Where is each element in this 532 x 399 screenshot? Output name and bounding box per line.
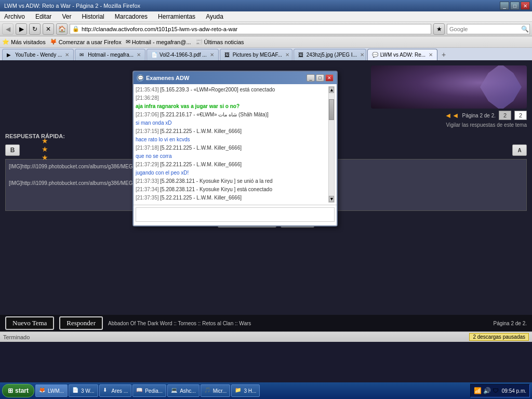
total-page-box[interactable]: 2 (514, 111, 527, 120)
msg-8: [21:37:34] [5.208.238.121 - Kyosuke Kiry… (136, 186, 327, 193)
tab-youtube[interactable]: ▶ YouTube - Wendy ... ✕ (2, 49, 74, 60)
dialog-close[interactable]: ✕ (325, 74, 334, 82)
header-image (371, 65, 527, 109)
chat-scrollbar[interactable]: ▲ ▼ (328, 86, 335, 203)
msg-2: [21:36:28] (136, 95, 327, 102)
minimize-btn[interactable]: _ (500, 2, 509, 10)
total-page-num: 2 (519, 112, 522, 118)
reply-btn[interactable]: Responder (59, 316, 103, 330)
taskbar-lwm-icon: 🦊 (39, 387, 46, 394)
menu-bar: Archivo Editar Ver Historial Marcadores … (0, 11, 532, 22)
tab-hotmail-close[interactable]: ✕ (137, 52, 141, 58)
tab-youtube-close[interactable]: ✕ (65, 52, 69, 58)
dialog-minimize[interactable]: _ (307, 74, 315, 82)
taskbar-ares[interactable]: ⬇ Ares ... (99, 384, 132, 397)
refresh-btn[interactable]: ↻ (29, 23, 41, 35)
msg-1: [21:35:43] [5.165.239.3 - «LWM»Roger2000… (136, 86, 327, 94)
status-bar: Terminado 2 descargas pausadas (0, 331, 532, 342)
tab-lwm-close[interactable]: ✕ (429, 52, 433, 58)
forum-bottom: Nuevo Tema Responder Abbadon Of The Dark… (0, 315, 532, 331)
current-page-box[interactable]: 2 (499, 111, 511, 120)
menu-editar[interactable]: Editar (33, 12, 54, 21)
bold-btn[interactable]: B (5, 144, 20, 156)
page-icon: 🔒 (72, 25, 79, 32)
bookmark-hotmail[interactable]: ✉ Hotmail - megafran@... (126, 38, 191, 45)
current-page-num: 2 (503, 112, 507, 118)
windows-logo: ⊞ (8, 387, 13, 394)
taskbar-micr-icon: 🎵 (204, 387, 211, 394)
maximize-btn[interactable]: □ (510, 2, 520, 10)
bookmark-firefox[interactable]: 🦊 Comenzar a usar Firefox (50, 38, 122, 45)
search-input[interactable] (449, 26, 521, 32)
taskbar-ares-icon: ⬇ (103, 387, 110, 394)
window-controls: _ □ ✕ (500, 2, 530, 10)
tab-image[interactable]: 🖼 243hzj5.jpg (JPEG I... ✕ (294, 49, 366, 60)
tab-lwm[interactable]: 💬 LWM vs ADW: Re... ✕ (367, 49, 437, 60)
tab-image-close[interactable]: ✕ (360, 52, 364, 58)
chat-input[interactable] (136, 207, 335, 222)
home-btn[interactable]: 🏠 (56, 23, 68, 35)
page-navigation: ◄◄ Página 2 de 2. 2 2 (445, 111, 527, 120)
new-tab-btn[interactable]: + (438, 49, 449, 60)
taskbar-3w[interactable]: 📄 3 W... (69, 384, 98, 397)
page-label: Página 2 de 2. (462, 113, 496, 118)
email-icon: ✉ (126, 38, 130, 45)
taskbar-ashc[interactable]: 💻 Ashc... (167, 384, 200, 397)
taskbar-micr[interactable]: 🎵 Micr... (201, 384, 231, 397)
chat-input-area (134, 205, 337, 225)
taskbar-items: 🦊 LWM... 📄 3 W... ⬇ Ares ... 📖 Pedia... … (35, 384, 469, 397)
tray-network-icon: 📶 (474, 387, 481, 394)
msg-highlight: aja infra ragnarok vas a jugar war si o … (136, 103, 327, 110)
bookmark-star[interactable]: ★ (433, 23, 445, 35)
tab-pictures-label: Pictures by MEGAF... (233, 52, 282, 58)
bookmark-news[interactable]: 📰 Últimas noticias (195, 38, 244, 45)
tab-hotmail[interactable]: ✉ Hotmail - megafra... ✕ (75, 49, 145, 60)
msg-5: [21:37:18] [5.22.211.225 - L.W.M. Killer… (136, 144, 327, 152)
forward-btn[interactable]: ▶ (16, 23, 27, 35)
search-btn[interactable]: 🔍 (521, 25, 529, 33)
address-text: http://clanadw.activoforo.com/t101p15-lw… (82, 26, 429, 32)
taskbar-lwm[interactable]: 🦊 LWM... (35, 384, 68, 397)
status-right: 2 descargas pausadas (469, 333, 529, 341)
firefox-icon: 🦊 (50, 38, 57, 45)
menu-herramientas[interactable]: Herramientas (156, 12, 197, 21)
msg-3: [21:37:06] [5.221.216.17 - «€LWM» شاه ما… (136, 111, 327, 118)
nav-bar: ◀ ▶ ↻ ✕ 🏠 🔒 http://clanadw.activoforo.co… (0, 22, 532, 36)
search-box[interactable]: 🔍 (447, 24, 530, 34)
tab-pictures-close[interactable]: ✕ (285, 52, 289, 58)
window-title: LWM vs ADW: Reto a War - Página 2 - Mozi… (2, 3, 500, 9)
bookmark-visited[interactable]: ⭐ Más visitados (2, 38, 46, 45)
start-btn[interactable]: ⊞ start (2, 384, 34, 397)
back-btn[interactable]: ◀ (2, 23, 14, 35)
close-btn[interactable]: ✕ (521, 2, 530, 10)
menu-archivo[interactable]: Archivo (2, 12, 27, 21)
tab-pictures[interactable]: 🖼 Pictures by MEGAF... ✕ (220, 49, 292, 60)
dialog-maximize[interactable]: □ (316, 74, 324, 82)
tab-pdf[interactable]: 📄 Vol2-4-1966-3.pdf ... ✕ (147, 49, 219, 60)
chat-dialog: 💬 Examenes ADW _ □ ✕ [21:35:43] [5.165.2… (132, 71, 338, 227)
bottom-page-info: Página 2 de 2. (494, 321, 527, 326)
menu-ayuda[interactable]: Ayuda (204, 12, 225, 21)
menu-marcadores[interactable]: Marcadores (113, 12, 150, 21)
tab-youtube-label: YouTube - Wendy ... (15, 52, 62, 58)
font-btn[interactable]: A (512, 144, 527, 156)
address-bar[interactable]: 🔒 http://clanadw.activoforo.com/t101p15-… (70, 24, 431, 34)
chat-content: [21:35:43] [5.165.239.3 - «LWM»Roger2000… (134, 84, 337, 205)
dialog-buttons: _ □ ✕ (307, 74, 334, 82)
new-topic-btn[interactable]: Nuevo Tema (5, 316, 54, 330)
download-badge[interactable]: 2 descargas pausadas (469, 333, 529, 341)
stop-btn[interactable]: ✕ (43, 23, 54, 35)
watch-topic[interactable]: Vigilar las respuestas de este tema (446, 122, 527, 128)
taskbar-3w-icon: 📄 (72, 387, 79, 394)
tray-volume-icon: 🔊 (483, 387, 490, 394)
menu-historial[interactable]: Historial (79, 12, 106, 21)
menu-ver[interactable]: Ver (60, 12, 73, 21)
tab-pdf-close[interactable]: ✕ (210, 52, 214, 58)
msg-7: [21:37:33] [5.208.238.121 - Kyosuke Kiry… (136, 178, 327, 185)
taskbar-3h[interactable]: 📁 3 H... (231, 384, 260, 397)
prev-arrows[interactable]: ◄◄ (445, 111, 459, 119)
forum-tab-icon: 💬 (372, 52, 378, 58)
scroll-thumb[interactable] (329, 99, 334, 120)
chat-messages: [21:35:43] [5.165.239.3 - «LWM»Roger2000… (136, 86, 327, 203)
taskbar-pedia[interactable]: 📖 Pedia... (132, 384, 166, 397)
